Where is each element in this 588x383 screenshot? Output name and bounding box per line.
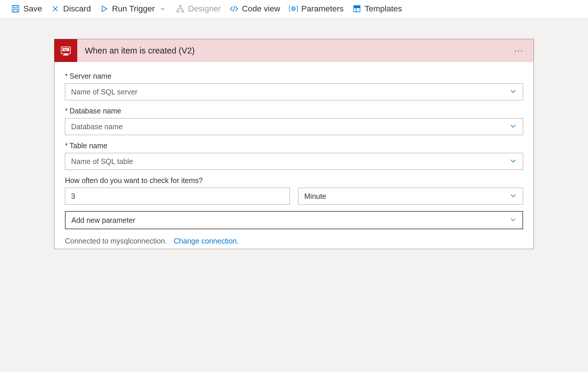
run-trigger-button[interactable]: Run Trigger	[100, 4, 167, 13]
save-icon	[11, 4, 20, 13]
svg-point-14	[293, 8, 294, 10]
server-name-label: *Server name	[65, 72, 523, 80]
svg-text:SQL: SQL	[63, 49, 68, 51]
database-name-label: *Database name	[65, 107, 523, 115]
interval-input[interactable]	[71, 192, 284, 201]
svg-rect-23	[63, 55, 69, 56]
discard-label: Discard	[63, 4, 91, 13]
add-parameter-select[interactable]: Add new parameter	[65, 211, 523, 229]
code-view-button[interactable]: Code view	[230, 4, 280, 13]
parameters-button[interactable]: Parameters	[289, 4, 344, 13]
card-title: When an item is created (V2)	[77, 46, 510, 56]
connection-info: Connected to mysqlconnection. Change con…	[65, 237, 523, 245]
svg-rect-6	[179, 5, 181, 7]
designer-label: Designer	[188, 4, 221, 13]
svg-marker-5	[102, 6, 107, 12]
table-name-label: *Table name	[65, 142, 523, 150]
code-view-label: Code view	[242, 4, 280, 13]
chevron-down-icon	[509, 192, 517, 201]
connection-text: Connected to mysqlconnection.	[65, 237, 167, 245]
trigger-card: SQL When an item is created (V2) ··· *Se…	[54, 39, 534, 249]
server-name-select[interactable]: Name of SQL server	[65, 83, 523, 100]
database-name-value: Database name	[71, 123, 123, 131]
svg-rect-7	[177, 11, 179, 12]
add-parameter-label: Add new parameter	[71, 216, 135, 225]
card-body: *Server name Name of SQL server *Databas…	[54, 62, 534, 249]
code-icon	[230, 4, 238, 13]
chevron-down-icon	[509, 157, 517, 166]
svg-rect-1	[14, 6, 18, 8]
parameters-label: Parameters	[301, 4, 344, 13]
database-name-select[interactable]: Database name	[65, 118, 523, 135]
interval-input-wrapper[interactable]	[65, 188, 290, 205]
card-more-button[interactable]: ···	[510, 46, 528, 55]
frequency-section: How often do you want to check for items…	[65, 176, 523, 229]
designer-button: Designer	[176, 4, 221, 13]
server-name-value: Name of SQL server	[71, 88, 137, 96]
table-name-value: Name of SQL table	[71, 157, 133, 166]
table-name-select[interactable]: Name of SQL table	[65, 153, 523, 170]
chevron-down-icon	[510, 216, 517, 225]
frequency-unit-select[interactable]: Minute	[298, 188, 523, 205]
sql-connector-icon: SQL	[54, 39, 77, 62]
card-header[interactable]: SQL When an item is created (V2) ···	[54, 39, 534, 62]
chevron-down-icon	[509, 87, 517, 96]
at-brackets-icon	[289, 4, 298, 13]
change-connection-link[interactable]: Change connection.	[174, 237, 239, 245]
svg-rect-18	[354, 6, 360, 8]
run-trigger-label: Run Trigger	[112, 4, 155, 13]
templates-button[interactable]: Templates	[353, 4, 402, 13]
save-label: Save	[23, 4, 42, 13]
svg-line-13	[233, 6, 235, 12]
discard-button[interactable]: Discard	[51, 4, 91, 13]
sitemap-icon	[176, 4, 185, 13]
table-name-field: *Table name Name of SQL table	[65, 142, 523, 170]
templates-icon	[353, 4, 361, 13]
close-icon	[51, 4, 60, 13]
server-name-field: *Server name Name of SQL server	[65, 72, 523, 100]
frequency-unit-value: Minute	[304, 192, 326, 201]
chevron-down-icon	[158, 4, 167, 13]
frequency-label: How often do you want to check for items…	[65, 176, 523, 185]
svg-rect-22	[64, 54, 68, 55]
save-button[interactable]: Save	[11, 4, 42, 13]
templates-label: Templates	[365, 4, 402, 13]
database-name-field: *Database name Database name	[65, 107, 523, 135]
designer-toolbar: Save Discard Run Trigger D	[0, 0, 588, 18]
svg-rect-2	[14, 9, 18, 12]
play-icon	[100, 4, 109, 13]
chevron-down-icon	[509, 122, 517, 131]
designer-canvas: SQL When an item is created (V2) ··· *Se…	[0, 18, 588, 372]
svg-rect-8	[182, 11, 184, 12]
